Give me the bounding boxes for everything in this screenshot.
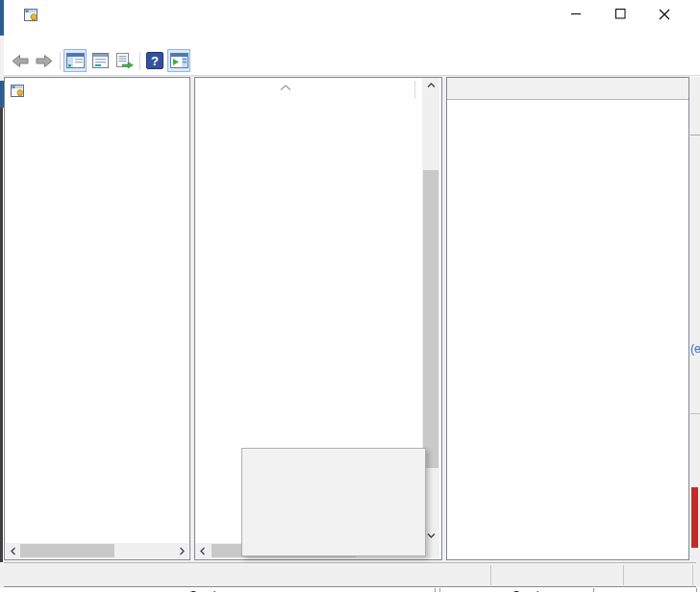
export-list-icon — [114, 53, 135, 69]
back-button[interactable] — [9, 49, 32, 72]
background-window-right-edge: (e — [689, 77, 700, 587]
forward-button[interactable] — [33, 49, 56, 72]
tree-item-certificate-templates[interactable] — [7, 81, 188, 100]
background-link-fragment: (e — [690, 342, 700, 356]
actions-pane — [446, 77, 689, 560]
title-bar[interactable] — [4, 0, 700, 28]
background-red-element — [691, 487, 698, 548]
close-button[interactable] — [648, 0, 681, 28]
status-divider — [623, 565, 624, 585]
status-bar — [4, 562, 696, 587]
scroll-left-arrow[interactable] — [6, 543, 20, 558]
list-column-header[interactable] — [195, 78, 422, 102]
properties-button[interactable] — [88, 49, 112, 72]
properties-icon — [91, 53, 110, 68]
svg-text:?: ? — [151, 54, 159, 68]
export-list-button[interactable] — [112, 49, 136, 72]
toolbar-separator — [139, 52, 140, 70]
console-tree-pane — [4, 77, 190, 560]
console-tree-icon — [66, 53, 85, 68]
background-window-bottom-sliver: Servi Servi — [0, 588, 700, 592]
scroll-up-arrow[interactable] — [423, 78, 438, 93]
help-button[interactable]: ? — [143, 49, 166, 72]
column-divider[interactable] — [414, 81, 415, 99]
sort-ascending-icon — [280, 78, 291, 95]
toolbar-separator — [60, 52, 61, 70]
action-pane-icon — [170, 53, 188, 68]
show-console-tree-button[interactable] — [63, 49, 87, 72]
maximize-button[interactable] — [604, 0, 637, 28]
certificate-templates-console-window: (e — [0, 0, 700, 592]
menu-bar — [4, 28, 700, 47]
status-divider — [490, 565, 491, 585]
scrollbar-thumb[interactable] — [20, 544, 114, 557]
forward-arrow-icon — [35, 54, 54, 68]
actions-pane-title — [447, 78, 688, 100]
status-divider — [692, 565, 693, 585]
tree-horizontal-scrollbar[interactable] — [6, 543, 188, 558]
scroll-right-arrow[interactable] — [174, 543, 188, 558]
scroll-left-arrow[interactable] — [195, 543, 210, 558]
certificate-templates-node-icon — [11, 84, 25, 100]
context-menu — [241, 448, 426, 556]
mmc-console-icon — [24, 7, 38, 26]
toolbar: ? — [4, 47, 700, 76]
help-icon: ? — [146, 52, 163, 69]
back-arrow-icon — [11, 54, 30, 68]
show-action-pane-button[interactable] — [167, 49, 190, 72]
minimize-button[interactable] — [560, 0, 592, 28]
scrollbar-thumb[interactable] — [423, 170, 438, 468]
